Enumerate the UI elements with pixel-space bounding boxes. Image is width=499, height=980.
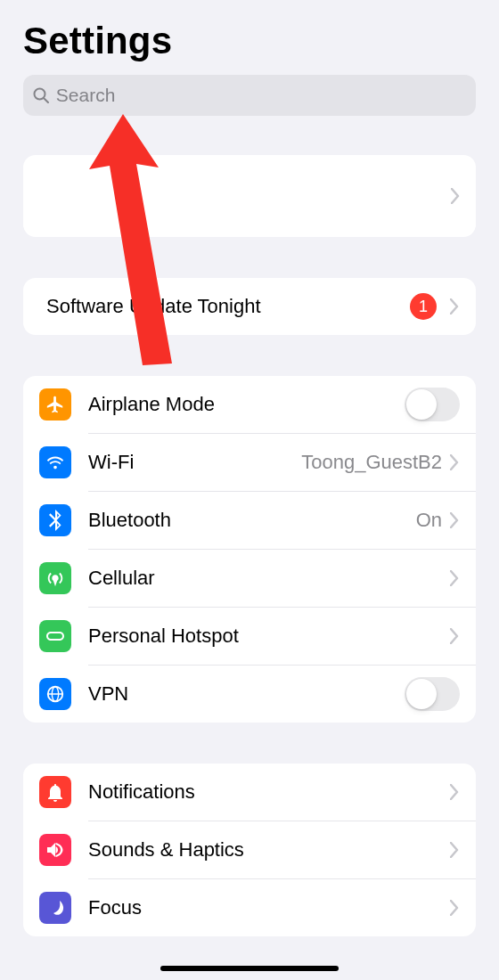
badge-count: 1 <box>410 293 437 320</box>
wifi-icon <box>39 446 71 478</box>
account-row[interactable] <box>23 155 476 237</box>
vpn-toggle[interactable] <box>405 677 460 711</box>
chevron-right-icon <box>449 453 460 471</box>
bluetooth-detail: On <box>416 509 442 532</box>
airplane-mode-row[interactable]: Airplane Mode <box>23 376 476 433</box>
hotspot-row[interactable]: Personal Hotspot <box>23 608 476 665</box>
chevron-right-icon <box>449 627 460 645</box>
sounds-row[interactable]: Sounds & Haptics <box>23 821 476 878</box>
page-title: Settings <box>0 0 499 69</box>
notifications-row[interactable]: Notifications <box>23 764 476 821</box>
svg-line-1 <box>45 98 49 102</box>
sounds-label: Sounds & Haptics <box>88 838 449 862</box>
chevron-right-icon <box>449 569 460 587</box>
wifi-detail: Toong_GuestB2 <box>301 451 442 474</box>
vpn-row[interactable]: VPN <box>23 666 476 723</box>
airplane-label: Airplane Mode <box>88 393 405 416</box>
focus-row[interactable]: Focus <box>23 879 476 936</box>
home-indicator[interactable] <box>160 966 339 971</box>
search-input[interactable] <box>56 85 467 106</box>
cellular-label: Cellular <box>88 567 449 590</box>
sounds-icon <box>39 834 71 866</box>
software-update-label: Software Update Tonight <box>46 295 410 318</box>
chevron-right-icon <box>449 511 460 529</box>
notifications-label: Notifications <box>88 780 449 804</box>
hotspot-label: Personal Hotspot <box>88 625 449 648</box>
hotspot-icon <box>39 620 71 652</box>
chevron-right-icon <box>449 783 460 801</box>
chevron-right-icon <box>449 899 460 917</box>
wifi-row[interactable]: Wi-Fi Toong_GuestB2 <box>23 434 476 491</box>
software-update-row[interactable]: Software Update Tonight 1 <box>23 278 476 335</box>
airplane-toggle[interactable] <box>405 388 460 421</box>
search-icon <box>32 86 51 105</box>
bluetooth-icon <box>39 504 71 536</box>
cellular-icon <box>39 562 71 594</box>
cellular-row[interactable]: Cellular <box>23 550 476 607</box>
bluetooth-label: Bluetooth <box>88 509 416 532</box>
bluetooth-row[interactable]: Bluetooth On <box>23 492 476 549</box>
airplane-icon <box>39 388 71 421</box>
vpn-label: VPN <box>88 682 405 706</box>
chevron-right-icon <box>449 298 460 315</box>
search-field[interactable] <box>23 75 476 116</box>
focus-label: Focus <box>88 896 449 919</box>
focus-icon <box>39 892 71 924</box>
chevron-right-icon <box>449 841 460 859</box>
vpn-icon <box>39 678 71 710</box>
notifications-icon <box>39 776 71 808</box>
wifi-label: Wi-Fi <box>88 451 301 474</box>
chevron-right-icon <box>451 188 460 204</box>
